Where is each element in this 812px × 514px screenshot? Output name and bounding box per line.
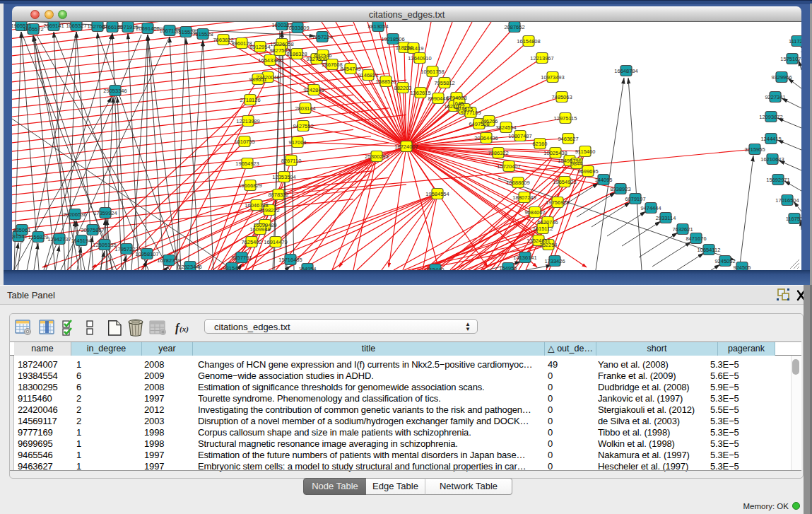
svg-text:7857224: 7857224 [312,34,332,40]
svg-text:9329966: 9329966 [771,74,792,81]
svg-text:1905572: 1905572 [23,26,43,33]
svg-text:7955812: 7955812 [434,80,454,86]
svg-text:20691406: 20691406 [136,25,159,32]
svg-text:12505135: 12505135 [93,242,116,248]
svg-text:1071915: 1071915 [117,24,138,30]
svg-text:20206536: 20206536 [63,211,86,218]
svg-text:1156829: 1156829 [28,234,49,240]
svg-text:6120746: 6120746 [537,219,558,226]
svg-text:10807487: 10807487 [508,133,531,139]
svg-text:62160: 62160 [533,141,548,147]
svg-text:19584554: 19584554 [425,191,449,197]
svg-text:989651: 989651 [249,76,266,83]
svg-text:1362615: 1362615 [410,90,430,96]
svg-text:116753: 116753 [786,216,801,222]
svg-text:2087652: 2087652 [504,24,524,30]
svg-text:8960128: 8960128 [231,40,252,47]
svg-text:9474444: 9474444 [640,205,661,211]
svg-text:15692971: 15692971 [766,177,789,183]
svg-text:7485063: 7485063 [551,94,572,100]
svg-text:12975115: 12975115 [554,115,577,122]
svg-text:2933114: 2933114 [656,215,676,221]
svg-text:12942737: 12942737 [47,236,71,243]
svg-text:17359924: 17359924 [93,210,117,216]
svg-text:9242848: 9242848 [303,87,324,93]
svg-text:13640910: 13640910 [408,55,431,62]
svg-text:19166829: 19166829 [238,182,261,189]
svg-text:7515528: 7515528 [192,31,213,37]
svg-text:9699695: 9699695 [577,168,598,175]
svg-text:2069141: 2069141 [43,23,64,29]
svg-text:7663822: 7663822 [213,37,233,43]
svg-text:19756928: 19756928 [546,199,569,206]
svg-text:7632621: 7632621 [672,226,693,233]
svg-text:924505: 924505 [733,264,751,271]
svg-text:30975867: 30975867 [81,227,104,233]
svg-text:6879197: 6879197 [625,196,645,202]
svg-text:3215955: 3215955 [744,146,765,153]
svg-text:15751074: 15751074 [780,56,801,62]
svg-text:882203: 882203 [394,85,411,91]
svg-text:15716485: 15716485 [278,257,302,263]
svg-text:10025438: 10025438 [543,150,567,156]
svg-text:632546: 632546 [314,52,331,59]
svg-text:9463627: 9463627 [558,136,578,142]
svg-text:10688609: 10688609 [506,180,529,186]
svg-text:2867608: 2867608 [322,62,342,68]
svg-text:12213967: 12213967 [530,55,553,62]
svg-text:15226058: 15226058 [270,41,293,47]
svg-text:917004: 917004 [288,139,306,146]
svg-text:9844: 9844 [571,160,583,167]
svg-text:746266: 746266 [480,118,498,124]
svg-text:111722: 111722 [789,38,801,45]
svg-text:1145194: 1145194 [71,238,92,244]
svg-text:1733426: 1733426 [544,258,565,264]
svg-text:391541: 391541 [12,233,28,240]
svg-text:1610755: 1610755 [234,139,254,145]
svg-text:16210643: 16210643 [760,156,784,163]
svg-text:19218506: 19218506 [381,36,404,42]
svg-text:9227341: 9227341 [765,94,785,100]
svg-text:2718126: 2718126 [240,97,260,103]
svg-text:19654923: 19654923 [235,160,259,167]
svg-text:9084067: 9084067 [524,209,545,216]
svg-text:1615112: 1615112 [533,226,553,232]
svg-text:8267110: 8267110 [281,158,302,164]
svg-text:8878332: 8878332 [268,192,288,198]
svg-text:19654923: 19654923 [553,179,576,185]
svg-text:10958107: 10958107 [135,251,158,257]
svg-text:1065327: 1065327 [66,23,86,29]
svg-text:25300293: 25300293 [365,153,388,160]
svg-text:2803144: 2803144 [295,105,315,112]
svg-text:16543382: 16543382 [258,57,281,64]
svg-text:14136141: 14136141 [513,255,536,261]
svg-text:12923446: 12923446 [178,264,201,270]
svg-text:10654112: 10654112 [698,247,721,253]
svg-text:16782759: 16782759 [157,257,180,264]
svg-text:3498222: 3498222 [259,207,279,214]
svg-text:20364436: 20364436 [474,135,498,141]
svg-text:252254: 252254 [539,242,557,248]
svg-text:16648784: 16648784 [614,68,637,74]
svg-text:9146821: 9146821 [358,72,378,78]
svg-text:931544: 931544 [223,265,240,271]
svg-text:8454749: 8454749 [340,66,360,72]
svg-text:1609948: 1609948 [249,226,270,233]
svg-text:3824554: 3824554 [495,124,516,131]
svg-text:12353594: 12353594 [272,174,295,180]
svg-text:9115460: 9115460 [575,148,596,155]
svg-text:10973493: 10973493 [541,74,564,81]
svg-text:12093872: 12093872 [759,114,782,120]
svg-text:17016504: 17016504 [775,197,799,204]
svg-text:16914479: 16914479 [264,239,287,245]
svg-text:16154808: 16154808 [517,38,540,45]
svg-text:8938923: 8938923 [610,186,630,192]
svg-text:1588520: 1588520 [375,78,396,85]
svg-text:8471676: 8471676 [686,235,706,242]
svg-text:1244415: 1244415 [760,136,781,142]
svg-text:8186328: 8186328 [286,51,307,57]
svg-text:144095: 144095 [594,177,612,183]
svg-text:7386322: 7386322 [488,150,508,156]
svg-text:8912954: 8912954 [249,44,270,50]
svg-text:7625402: 7625402 [241,239,261,245]
